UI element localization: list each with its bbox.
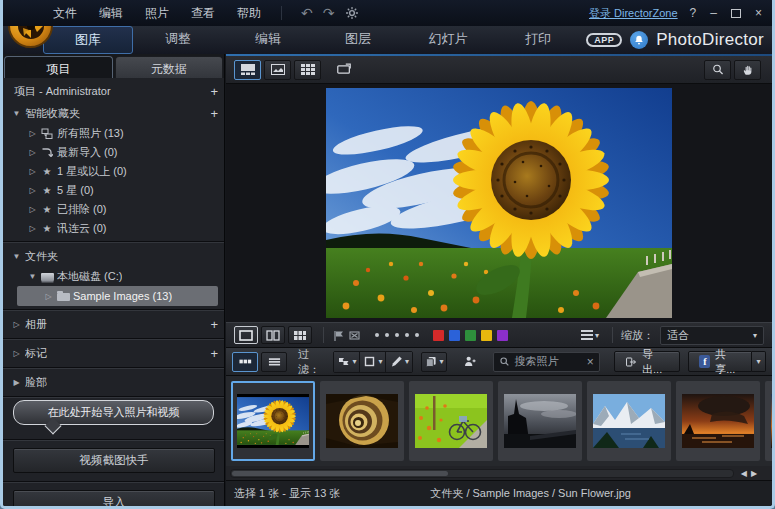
tab-slideshow[interactable]: 幻灯片 <box>403 26 493 54</box>
multi-view-button[interactable] <box>288 326 312 344</box>
menu-edit[interactable]: 编辑 <box>99 5 123 22</box>
add-collection-button[interactable]: + <box>210 107 218 120</box>
scrollbar-track[interactable] <box>230 469 734 478</box>
filter-rating-button[interactable]: ▾ <box>360 352 386 372</box>
mirror-display-button[interactable] <box>330 60 357 80</box>
tab-layers[interactable]: 图层 <box>313 26 403 54</box>
thumbnail-sunset[interactable] <box>676 381 760 461</box>
single-view-button[interactable] <box>234 326 258 344</box>
tree-item-5-star[interactable]: ▷ ★ 5 星 (0) <box>3 181 224 200</box>
star-rating-dots[interactable] <box>375 333 419 337</box>
menu-help[interactable]: 帮助 <box>237 5 261 22</box>
thumbnail-mountain-lake[interactable] <box>587 381 671 461</box>
expand-icon[interactable]: ▶ <box>11 378 22 387</box>
add-project-button[interactable]: + <box>210 85 218 98</box>
tree-item-local-disk-c[interactable]: ▼ 本地磁盘 (C:) <box>3 267 224 286</box>
menu-photo[interactable]: 照片 <box>145 5 169 22</box>
view-grid-button[interactable] <box>294 60 321 80</box>
sort-menu-button[interactable]: ▾ <box>576 326 604 344</box>
tree-item-tags[interactable]: ▷ 标记 + <box>3 342 224 364</box>
maximize-button[interactable] <box>731 9 741 18</box>
tab-adjustment[interactable]: 调整 <box>133 26 223 54</box>
scrollbar-thumb[interactable] <box>232 471 448 476</box>
filter-edited-button[interactable]: ▾ <box>386 352 412 372</box>
expand-icon[interactable]: ▷ <box>11 320 22 329</box>
add-tag-button[interactable]: + <box>210 347 218 360</box>
export-button[interactable]: 导出... <box>614 351 681 372</box>
tree-item-rejected[interactable]: ▷ ★ 已排除 (0) <box>3 200 224 219</box>
tab-print[interactable]: 打印 <box>493 26 583 54</box>
expand-icon[interactable]: ▷ <box>27 167 38 176</box>
expand-icon[interactable]: ▷ <box>27 148 38 157</box>
tree-item-albums[interactable]: ▷ 相册 + <box>3 313 224 335</box>
collapse-icon[interactable]: ▼ <box>11 109 22 118</box>
search-clear-icon[interactable]: × <box>587 355 594 369</box>
tree-item-1-star-or-above[interactable]: ▷ ★ 1 星或以上 (0) <box>3 162 224 181</box>
thumbnail-bicycle[interactable] <box>409 381 493 461</box>
expand-icon[interactable]: ▷ <box>27 129 38 138</box>
expand-icon[interactable]: ▷ <box>27 186 38 195</box>
filter-color-label-button[interactable]: ▾ <box>421 352 447 372</box>
thumbnail-dark-church[interactable] <box>498 381 582 461</box>
help-button[interactable]: ? <box>690 6 697 20</box>
expand-icon[interactable]: ▷ <box>27 205 38 214</box>
menu-view[interactable]: 查看 <box>191 5 215 22</box>
thumbnail-strip-view-button[interactable] <box>232 352 258 372</box>
color-label-purple[interactable] <box>497 330 508 341</box>
tree-item-latest-import[interactable]: ▷ 最新导入 (0) <box>3 143 224 162</box>
search-box[interactable]: 搜索照片 × <box>493 352 599 372</box>
color-label-yellow[interactable] <box>481 330 492 341</box>
app-badge[interactable]: APP <box>586 33 622 47</box>
flag-pick-icon[interactable] <box>332 329 345 342</box>
view-single-photo-button[interactable] <box>264 60 291 80</box>
tab-project[interactable]: 项目 <box>4 56 113 78</box>
filter-flags-button[interactable]: ▾ <box>334 352 360 372</box>
undo-icon[interactable]: ↶ <box>301 5 313 21</box>
list-view-button[interactable] <box>261 352 287 372</box>
tree-item-project-root[interactable]: 项目 - Administrator + <box>3 80 224 102</box>
tab-edit[interactable]: 编辑 <box>223 26 313 54</box>
thumbnail-spiral-staircase[interactable] <box>320 381 404 461</box>
tree-item-folders[interactable]: ▼ 文件夹 <box>3 245 224 267</box>
photo-viewer[interactable] <box>226 84 772 322</box>
tab-metadata[interactable]: 元数据 <box>115 56 224 78</box>
color-label-blue[interactable] <box>449 330 460 341</box>
redo-icon[interactable]: ↷ <box>323 5 335 21</box>
color-label-red[interactable] <box>433 330 444 341</box>
expand-icon[interactable]: ▷ <box>43 292 54 301</box>
tab-library[interactable]: 图库 <box>43 26 133 54</box>
thumbnail-sunflower-selected[interactable] <box>231 381 315 461</box>
zoom-dropdown[interactable]: 适合 ▾ <box>660 326 764 345</box>
zoom-tool-button[interactable] <box>704 60 731 80</box>
tree-item-sample-images[interactable]: ▷ Sample Images (13) <box>17 286 218 306</box>
compare-view-button[interactable] <box>261 326 285 344</box>
tree-item-smart-collections[interactable]: ▼ 智能收藏夹 + <box>3 102 224 124</box>
minimize-button[interactable]: – <box>710 6 717 20</box>
color-label-green[interactable] <box>465 330 476 341</box>
share-dropdown-button[interactable]: ▾ <box>752 351 766 372</box>
expand-icon[interactable]: ▷ <box>27 224 38 233</box>
view-photo-strip-button[interactable] <box>234 60 261 80</box>
import-button[interactable]: 导入 <box>13 490 215 509</box>
collapse-icon[interactable]: ▼ <box>27 272 38 281</box>
expand-icon[interactable]: ▷ <box>11 349 22 358</box>
share-button[interactable]: f 共享... <box>688 351 752 372</box>
collapse-icon[interactable]: ▼ <box>11 252 22 261</box>
notification-bell-icon[interactable] <box>630 31 648 49</box>
add-face-tag-button[interactable] <box>456 352 482 372</box>
thumbnail-partial[interactable] <box>765 381 772 461</box>
scroll-left-icon[interactable]: ◀ <box>741 469 751 478</box>
search-input[interactable]: 搜索照片 <box>514 354 586 369</box>
tree-item-faces[interactable]: ▶ 脸部 <box>3 371 224 393</box>
video-to-photo-button[interactable]: 视频截图快手 <box>13 448 215 473</box>
login-directorzone-link[interactable]: 登录 DirectorZone <box>589 6 678 21</box>
add-album-button[interactable]: + <box>210 318 218 331</box>
tree-item-cyberlink-cloud[interactable]: ▷ ★ 讯连云 (0) <box>3 219 224 238</box>
close-button[interactable]: × <box>755 6 762 20</box>
scroll-right-icon[interactable]: ▶ <box>751 469 761 478</box>
tree-item-all-photos[interactable]: ▷ 所有照片 (13) <box>3 124 224 143</box>
menu-file[interactable]: 文件 <box>53 5 77 22</box>
pan-hand-button[interactable] <box>734 60 761 80</box>
settings-gear-icon[interactable] <box>345 6 359 20</box>
flag-reject-icon[interactable] <box>348 329 361 342</box>
